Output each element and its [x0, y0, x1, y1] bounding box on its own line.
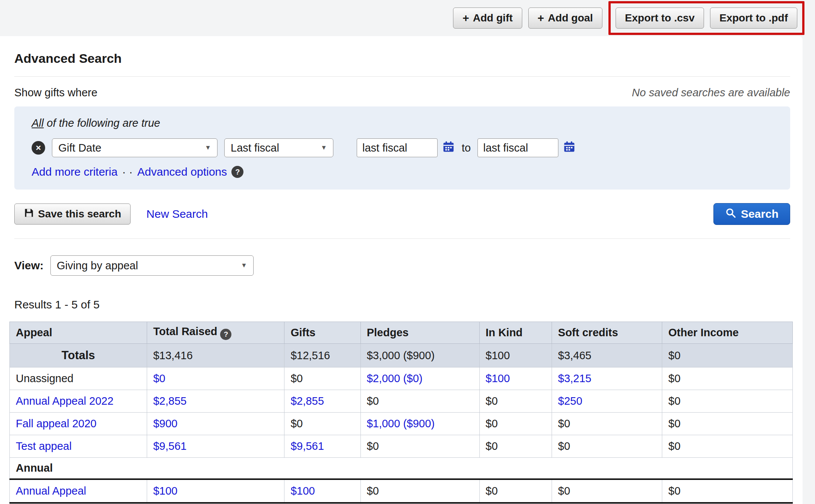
chevron-down-icon: ▼: [321, 144, 327, 152]
top-toolbar: + Add gift + Add goal Export to .csv Exp…: [0, 0, 815, 36]
table-row: Test appeal $9,561 $9,561 $0 $0 $0 $0: [10, 435, 793, 458]
page-title: Advanced Search: [14, 51, 790, 66]
column-header-soft-credits: Soft credits: [552, 322, 662, 344]
amount-text: $0: [290, 372, 303, 384]
amount-link[interactable]: $100: [153, 485, 178, 497]
totals-total-raised: $13,416: [147, 344, 284, 367]
date-to-input[interactable]: [477, 138, 558, 157]
show-gifts-where-label: Show gifts where: [14, 87, 97, 99]
amount-text: $0: [558, 440, 570, 452]
table-row: Fall appeal 2020 $900 $0 $1,000 ($900) $…: [10, 413, 793, 435]
search-button-label: Search: [741, 208, 779, 220]
date-from-input[interactable]: [357, 138, 438, 157]
column-header-in-kind: In Kind: [479, 322, 552, 344]
totals-row: Totals $13,416 $12,516 $3,000 ($900) $10…: [10, 344, 793, 367]
rule-sentence: All of the following are true: [32, 117, 773, 129]
save-search-label: Save this search: [38, 208, 121, 220]
totals-other-income: $0: [662, 344, 793, 367]
divider: [14, 238, 790, 239]
no-saved-searches-text: No saved searches are available: [632, 87, 790, 99]
amount-link[interactable]: $3,215: [558, 372, 591, 384]
amount-text: $0: [367, 395, 379, 407]
amount-text: $0: [668, 440, 680, 452]
divider: [14, 76, 790, 77]
all-link[interactable]: All: [32, 117, 44, 129]
criteria-field-select[interactable]: Gift Date ▼: [52, 138, 217, 157]
table-header-row: Appeal Total Raised? Gifts Pledges In Ki…: [10, 322, 793, 344]
remove-criteria-icon[interactable]: ×: [32, 141, 45, 155]
criteria-panel: All of the following are true × Gift Dat…: [14, 106, 790, 190]
group-label: Annual: [10, 458, 793, 480]
criteria-operator-select[interactable]: Last fiscal ▼: [224, 138, 333, 157]
rule-sentence-rest: of the following are true: [44, 117, 160, 129]
totals-gifts: $12,516: [284, 344, 360, 367]
plus-icon: +: [538, 12, 544, 24]
export-pdf-button[interactable]: Export to .pdf: [710, 8, 797, 29]
table-row: Annual Appeal $100 $100 $0 $0 $0 $0: [10, 479, 793, 503]
add-goal-button[interactable]: + Add goal: [528, 8, 602, 29]
amount-text: $0: [486, 395, 498, 407]
column-header-pledges: Pledges: [360, 322, 479, 344]
amount-link[interactable]: $2,000 ($0): [367, 372, 423, 384]
calendar-icon[interactable]: [563, 140, 576, 156]
table-row: Unassigned $0 $0 $2,000 ($0) $100 $3,215…: [10, 367, 793, 390]
totals-pledges: $3,000 ($900): [360, 344, 479, 367]
totals-soft-credits: $3,465: [552, 344, 662, 367]
totals-in-kind: $100: [479, 344, 552, 367]
advanced-options-link[interactable]: Advanced options: [137, 165, 227, 178]
save-search-button[interactable]: Save this search: [14, 203, 131, 225]
to-label: to: [462, 142, 471, 154]
results-table: Appeal Total Raised? Gifts Pledges In Ki…: [9, 322, 793, 504]
amount-link[interactable]: $9,561: [153, 440, 187, 452]
amount-text: $0: [367, 485, 379, 497]
amount-text: $0: [290, 417, 303, 430]
chevron-down-icon: ▼: [241, 262, 247, 269]
appeal-link[interactable]: Annual Appeal 2022: [16, 395, 114, 407]
amount-link[interactable]: $2,855: [153, 395, 187, 407]
export-csv-button[interactable]: Export to .csv: [616, 8, 704, 29]
view-select[interactable]: Giving by appeal ▼: [50, 255, 254, 276]
appeal-link[interactable]: Fall appeal 2020: [16, 417, 96, 430]
amount-text: $0: [486, 485, 498, 497]
link-separator: · ·: [122, 165, 132, 178]
amount-text: $0: [486, 440, 498, 452]
help-icon[interactable]: ?: [220, 329, 231, 340]
column-header-total-raised: Total Raised?: [147, 322, 284, 344]
amount-link[interactable]: $0: [153, 372, 165, 384]
amount-link[interactable]: $250: [558, 395, 582, 407]
advanced-search-panel: Advanced Search Show gifts where No save…: [0, 36, 803, 504]
column-header-gifts: Gifts: [284, 322, 360, 344]
amount-link[interactable]: $900: [153, 417, 178, 430]
search-button[interactable]: Search: [713, 203, 790, 225]
view-label: View:: [14, 259, 44, 272]
criteria-operator-value: Last fiscal: [231, 142, 279, 154]
add-gift-button[interactable]: + Add gift: [453, 8, 522, 29]
add-gift-label: Add gift: [473, 12, 513, 24]
view-select-value: Giving by appeal: [57, 260, 138, 272]
amount-link[interactable]: $100: [290, 485, 315, 497]
criteria-field-value: Gift Date: [58, 142, 101, 154]
amount-link[interactable]: $100: [486, 372, 510, 384]
amount-text: $0: [668, 372, 680, 384]
red-highlight-annotation: Export to .csv Export to .pdf: [608, 1, 804, 35]
add-more-criteria-link[interactable]: Add more criteria: [32, 165, 117, 178]
column-header-other-income: Other Income: [662, 322, 793, 344]
amount-link[interactable]: $1,000 ($900): [367, 417, 435, 430]
chevron-down-icon: ▼: [205, 144, 211, 152]
table-row: Annual Appeal 2022 $2,855 $2,855 $0 $0 $…: [10, 390, 793, 413]
amount-text: $0: [367, 440, 379, 452]
search-icon: [725, 207, 736, 221]
new-search-link[interactable]: New Search: [146, 208, 208, 220]
plus-icon: +: [462, 12, 469, 24]
appeal-link[interactable]: Test appeal: [16, 440, 71, 452]
help-icon[interactable]: ?: [231, 166, 243, 178]
appeal-link[interactable]: Annual Appeal: [16, 485, 86, 497]
amount-link[interactable]: $9,561: [290, 440, 324, 452]
totals-label: Totals: [10, 344, 147, 367]
amount-text: $0: [558, 417, 570, 430]
calendar-icon[interactable]: [442, 140, 455, 156]
column-header-appeal: Appeal: [10, 322, 147, 344]
save-icon: [24, 208, 34, 221]
amount-link[interactable]: $2,855: [290, 395, 324, 407]
results-summary: Results 1 - 5 of 5: [14, 298, 790, 311]
